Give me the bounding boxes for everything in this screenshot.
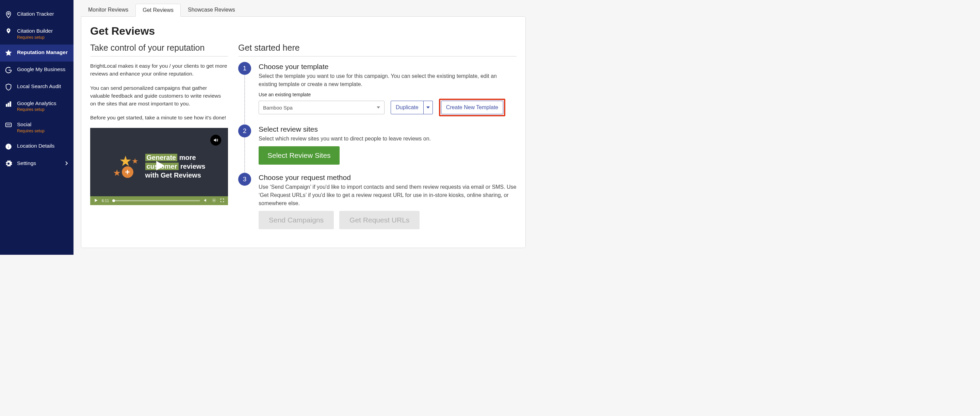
map-pin-icon: [5, 11, 12, 18]
main-content: Monitor Reviews Get Reviews Showcase Rev…: [73, 0, 533, 255]
nav-label: Citation Builder: [17, 28, 53, 34]
play-small-icon[interactable]: [94, 198, 98, 203]
nav-local-search-audit[interactable]: Local Search Audit: [0, 79, 73, 95]
tabs: Monitor Reviews Get Reviews Showcase Rev…: [81, 3, 526, 16]
nav-location-details[interactable]: Location Details: [0, 138, 73, 155]
duplicate-button[interactable]: Duplicate: [391, 101, 424, 114]
nav-citation-builder[interactable]: Citation Builder Requires setup: [0, 23, 73, 44]
nav-citation-tracker[interactable]: Citation Tracker: [0, 6, 73, 23]
intro-para-3: Before you get started, take a minute to…: [90, 114, 228, 121]
nav-requires-setup: Requires setup: [17, 107, 56, 112]
volume-icon[interactable]: [204, 198, 208, 203]
left-heading: Take control of your reputation: [90, 43, 228, 53]
nav-google-my-business[interactable]: Google My Business: [0, 62, 73, 79]
step-1: 1 Choose your template Select the templa…: [238, 62, 517, 124]
nav-label: Google Analytics: [17, 100, 56, 107]
gear-icon[interactable]: [212, 198, 216, 203]
step-title: Choose your template: [259, 63, 517, 71]
video-controls[interactable]: 6:11: [90, 196, 228, 205]
stars-graphic: ★★★ +: [113, 153, 142, 180]
svg-rect-3: [10, 102, 11, 106]
step-number: 1: [238, 62, 251, 75]
panel: Get Reviews Take control of your reputat…: [81, 16, 526, 248]
nav-label: Social: [17, 121, 45, 128]
svg-point-6: [8, 124, 9, 125]
chat-icon: [5, 121, 12, 129]
nav-label: Google My Business: [17, 66, 65, 73]
google-icon: [5, 66, 12, 74]
gear-icon: [5, 160, 12, 167]
step-number: 3: [238, 173, 251, 186]
nav-google-analytics[interactable]: Google Analytics Requires setup: [0, 95, 73, 117]
duplicate-dropdown[interactable]: [424, 101, 433, 114]
star-icon: [5, 49, 12, 57]
tab-get-reviews[interactable]: Get Reviews: [135, 4, 181, 17]
tab-showcase-reviews[interactable]: Showcase Reviews: [181, 3, 242, 16]
shield-icon: [5, 83, 12, 91]
nav-requires-setup: Requires setup: [17, 129, 45, 133]
step-3: 3 Choose your request method Use ‘Send C…: [238, 173, 517, 237]
svg-rect-9: [8, 146, 9, 148]
step-desc: Use ‘Send Campaign’ if you'd like to imp…: [259, 183, 517, 208]
info-icon: [5, 143, 12, 150]
create-new-template-button[interactable]: Create New Template: [441, 101, 504, 114]
step-desc: Select which review sites you want to di…: [259, 135, 517, 143]
svg-rect-2: [8, 103, 9, 106]
chevron-down-icon: [377, 106, 380, 108]
video-time: 6:11: [102, 198, 109, 203]
send-campaigns-button[interactable]: Send Campaigns: [259, 211, 334, 229]
intro-para-1: BrightLocal makes it easy for you / your…: [90, 62, 228, 78]
nav-reputation-manager[interactable]: Reputation Manager: [0, 44, 73, 62]
nav-label: Reputation Manager: [17, 49, 68, 56]
chevron-right-icon: [65, 160, 68, 167]
duplicate-split-button: Duplicate: [391, 101, 433, 114]
nav-social[interactable]: Social Requires setup: [0, 117, 73, 138]
svg-point-0: [8, 13, 10, 14]
step-2: 2 Select review sites Select which revie…: [238, 124, 517, 173]
svg-point-5: [7, 124, 8, 125]
fullscreen-icon[interactable]: [220, 198, 224, 203]
play-icon[interactable]: [152, 159, 166, 174]
select-review-sites-button[interactable]: Select Review Sites: [259, 146, 340, 165]
page-title: Get Reviews: [90, 25, 517, 37]
svg-rect-10: [8, 144, 9, 145]
video-thumbnail[interactable]: ★★★ + Generate more customer reviews wit…: [90, 128, 228, 205]
step-desc: Select the template you want to use for …: [259, 72, 517, 89]
nav-settings[interactable]: Settings: [0, 155, 73, 172]
progress-bar[interactable]: [112, 200, 200, 202]
svg-rect-1: [6, 104, 8, 106]
sidebar: Citation Tracker Citation Builder Requir…: [0, 0, 73, 255]
nav-label: Local Search Audit: [17, 83, 61, 90]
template-select[interactable]: Bamboo Spa: [259, 101, 385, 114]
nav-label: Location Details: [17, 143, 54, 149]
bar-chart-icon: [5, 100, 12, 108]
intro-para-2: You can send personalized campaigns that…: [90, 84, 228, 108]
create-template-highlight: Create New Template: [439, 98, 506, 116]
nav-requires-setup: Requires setup: [17, 35, 53, 40]
right-heading: Get started here: [238, 43, 517, 53]
template-field-label: Use an existing template: [259, 92, 517, 97]
tab-monitor-reviews[interactable]: Monitor Reviews: [81, 3, 135, 16]
step-title: Select review sites: [259, 125, 517, 133]
step-title: Choose your request method: [259, 173, 517, 182]
step-number: 2: [238, 124, 251, 137]
nav-label: Settings: [17, 160, 36, 167]
svg-point-11: [213, 200, 215, 201]
get-request-urls-button[interactable]: Get Request URLs: [339, 211, 420, 229]
nav-label: Citation Tracker: [17, 11, 54, 17]
template-selected: Bamboo Spa: [263, 105, 293, 111]
svg-point-7: [10, 124, 10, 125]
map-marker-icon: [5, 28, 12, 35]
